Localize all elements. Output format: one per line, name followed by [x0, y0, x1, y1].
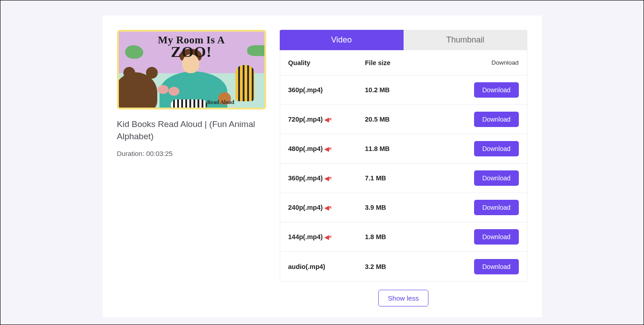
- header-filesize: File size: [365, 59, 465, 66]
- download-button[interactable]: Download: [474, 200, 518, 215]
- cell-quality: 720p(.mp4)◀✕: [288, 116, 365, 123]
- download-button[interactable]: Download: [474, 259, 518, 274]
- download-card: My Room Is A ZOO! Read Aloud Kid Books R…: [103, 15, 542, 317]
- cell-quality: audio(.mp4): [288, 263, 365, 270]
- download-button[interactable]: Download: [474, 82, 518, 98]
- download-button[interactable]: Download: [474, 170, 518, 186]
- cell-quality: 240p(.mp4)◀✕: [288, 204, 365, 211]
- table-row: 720p(.mp4)◀✕20.5 MBDownload: [280, 105, 527, 134]
- tab-video[interactable]: Video: [280, 30, 404, 50]
- thumbnail-title: My Room Is A ZOO!: [119, 34, 264, 63]
- zebra-illustration: [171, 99, 207, 109]
- table-row: 360p(.mp4)◀✕7.1 MBDownload: [280, 164, 527, 193]
- cell-filesize: 20.5 MB: [365, 116, 465, 123]
- mute-icon: ◀✕: [324, 204, 332, 211]
- bear-illustration: [117, 72, 157, 109]
- table-header: Quality File size Download: [280, 50, 527, 75]
- cell-quality: 144p(.mp4)◀✕: [288, 233, 365, 240]
- tiger-illustration: [235, 65, 254, 101]
- table-row: audio(.mp4)3.2 MBDownload: [280, 252, 527, 281]
- thumbnail-readaloud: Read Aloud: [207, 99, 234, 106]
- cell-quality: 360p(.mp4): [288, 86, 365, 94]
- mute-icon: ◀✕: [324, 175, 332, 182]
- tabs: Video Thumbnail: [280, 30, 527, 50]
- download-button[interactable]: Download: [474, 229, 518, 245]
- cell-filesize: 10.2 MB: [365, 86, 465, 94]
- cell-filesize: 1.8 MB: [365, 233, 465, 240]
- cell-quality: 360p(.mp4)◀✕: [288, 174, 365, 182]
- header-quality: Quality: [288, 59, 365, 66]
- table-row: 240p(.mp4)◀✕3.9 MBDownload: [280, 193, 527, 222]
- cell-filesize: 7.1 MB: [365, 174, 465, 182]
- right-column: Video Thumbnail Quality File size Downlo…: [280, 30, 527, 306]
- download-button[interactable]: Download: [474, 112, 518, 127]
- video-thumbnail[interactable]: My Room Is A ZOO! Read Aloud: [117, 30, 266, 109]
- header-download: Download: [465, 59, 519, 66]
- download-table: Quality File size Download 360p(.mp4)10.…: [280, 50, 527, 282]
- mute-icon: ◀✕: [324, 146, 332, 152]
- cell-filesize: 11.8 MB: [365, 145, 465, 152]
- cell-filesize: 3.2 MB: [365, 263, 465, 270]
- mute-icon: ◀✕: [324, 234, 332, 240]
- cell-filesize: 3.9 MB: [365, 204, 465, 211]
- mute-icon: ◀✕: [324, 116, 332, 123]
- show-less-button[interactable]: Show less: [378, 290, 428, 306]
- tab-thumbnail[interactable]: Thumbnail: [404, 30, 527, 50]
- table-row: 480p(.mp4)◀✕11.8 MBDownload: [280, 134, 527, 164]
- table-row: 360p(.mp4)10.2 MBDownload: [280, 75, 527, 105]
- table-row: 144p(.mp4)◀✕1.8 MBDownload: [280, 222, 527, 252]
- download-button[interactable]: Download: [474, 141, 518, 156]
- video-duration: Duration: 00:03:25: [117, 150, 266, 157]
- left-column: My Room Is A ZOO! Read Aloud Kid Books R…: [117, 30, 266, 306]
- cell-quality: 480p(.mp4)◀✕: [288, 145, 365, 152]
- video-title: Kid Books Read Aloud | (Fun Animal Alpha…: [117, 118, 266, 142]
